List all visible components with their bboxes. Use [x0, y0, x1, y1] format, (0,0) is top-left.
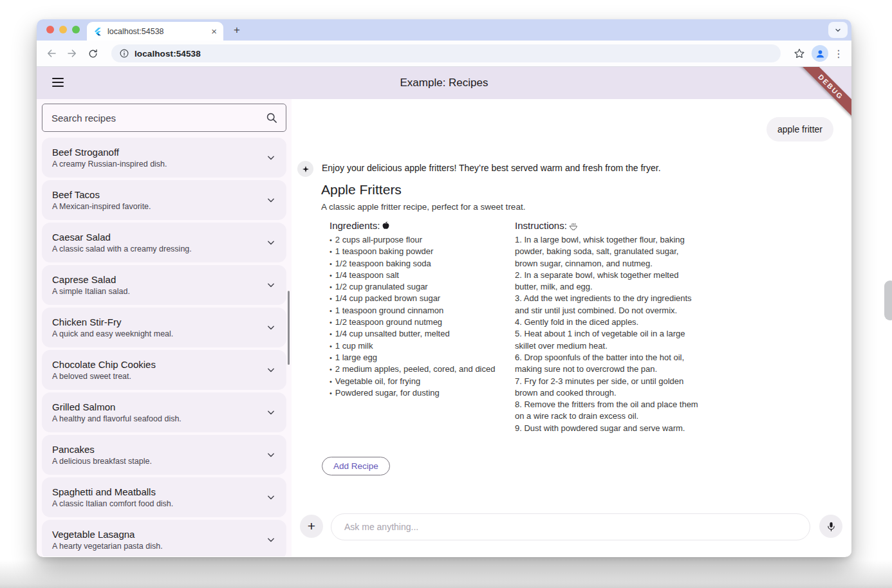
chevron-down-icon[interactable]	[265, 279, 277, 291]
instructions-heading-label: Instructions:	[515, 220, 567, 231]
app-body: Beef Stroganoff A creamy Russian-inspire…	[37, 99, 851, 556]
flutter-favicon-icon	[93, 27, 102, 36]
recipe-list-item-text: Beef Stroganoff A creamy Russian-inspire…	[52, 146, 265, 170]
instruction-step: 5. Heat about 1 inch of vegetable oil in…	[515, 328, 703, 352]
recipe-list-item[interactable]: Pancakes A delicious breakfast staple.	[42, 435, 286, 475]
instruction-step: 9. Dust with powdered sugar and serve wa…	[515, 423, 703, 434]
apple-icon	[381, 221, 391, 230]
chat-main-area: apple fritter Enjoy your delicious apple…	[292, 99, 851, 556]
ingredient-item: 1 teaspoon ground cinnamon	[330, 305, 515, 317]
back-icon[interactable]	[43, 45, 60, 62]
search-input[interactable]	[51, 113, 265, 124]
ingredient-item: 1 cup milk	[330, 340, 515, 352]
ingredient-item: 1 teaspoon baking powder	[330, 246, 515, 257]
ingredients-list: 2 cups all-purpose flour 1 teaspoon baki…	[330, 234, 515, 399]
browser-tab-strip: localhost:54538 × +	[37, 19, 851, 41]
menu-hamburger-icon[interactable]	[52, 78, 64, 87]
address-bar[interactable]: localhost:54538	[111, 44, 781, 62]
recipe-item-description: A classic salad with a creamy dressing.	[52, 244, 265, 255]
browser-tab[interactable]: localhost:54538 ×	[87, 22, 223, 41]
recipe-list-item-text: Spaghetti and Meatballs A classic Italia…	[52, 486, 265, 510]
instructions-list: 1. In a large bowl, whisk together flour…	[515, 234, 703, 434]
chevron-down-icon[interactable]	[265, 406, 277, 419]
recipe-list-item[interactable]: Grilled Salmon A healthy and flavorful s…	[42, 392, 286, 432]
chevron-down-icon[interactable]	[265, 321, 277, 334]
zoom-window-button[interactable]	[72, 26, 80, 33]
recipe-item-description: A quick and easy weeknight meal.	[52, 329, 265, 340]
profile-avatar[interactable]	[812, 45, 828, 62]
tab-search-button[interactable]	[828, 22, 848, 38]
instructions-heading: Instructions:	[515, 220, 703, 231]
ingredient-item: 1/2 teaspoon ground nutmeg	[330, 317, 515, 328]
chevron-down-icon[interactable]	[265, 491, 277, 504]
chat-message-input[interactable]	[331, 513, 810, 540]
recipe-item-title: Grilled Salmon	[52, 401, 265, 414]
recipe-item-title: Beef Tacos	[52, 188, 265, 201]
browser-window: localhost:54538 × + localho	[37, 19, 851, 557]
chevron-down-icon[interactable]	[265, 194, 277, 207]
recipe-list-item-text: Pancakes A delicious breakfast staple.	[52, 443, 265, 467]
recipe-item-title: Caprese Salad	[52, 273, 265, 286]
minimize-window-button[interactable]	[59, 26, 67, 33]
recipe-list-item-text: Chicken Stir-Fry A quick and easy weekni…	[52, 316, 265, 340]
assistant-message-text: Enjoy your delicious apple fritters! The…	[322, 161, 661, 177]
recipe-item-description: A classic Italian comfort food dish.	[52, 499, 265, 510]
recipe-list-item[interactable]: Chocolate Chip Cookies A beloved sweet t…	[42, 350, 286, 390]
sidebar-scrollbar-thumb[interactable]	[288, 291, 290, 365]
page-title: Example: Recipes	[400, 77, 488, 89]
chat-input-row: +	[292, 513, 851, 542]
recipe-item-description: A creamy Russian-inspired dish.	[52, 159, 265, 170]
recipe-list-item[interactable]: Vegetable Lasagna A hearty vegetarian pa…	[42, 520, 286, 556]
desktop-background: localhost:54538 × + localho	[0, 0, 892, 588]
recipe-list-item[interactable]: Beef Tacos A Mexican-inspired favorite.	[42, 180, 286, 220]
ingredient-item: 1/4 cup unsalted butter, melted	[330, 328, 515, 340]
chevron-down-icon[interactable]	[265, 236, 277, 249]
recipe-item-description: A delicious breakfast staple.	[52, 456, 265, 467]
overlay-scrollbar-thumb[interactable]	[884, 280, 892, 320]
assistant-message-row: Enjoy your delicious apple fritters! The…	[297, 161, 748, 177]
ingredient-item: 2 medium apples, peeled, cored, and dice…	[330, 363, 515, 375]
recipes-app: Example: Recipes DEBUG	[37, 67, 851, 556]
close-tab-icon[interactable]: ×	[211, 26, 217, 36]
recipe-list-item[interactable]: Caprese Salad A simple Italian salad.	[42, 265, 286, 305]
forward-icon[interactable]	[64, 45, 80, 62]
chevron-down-icon[interactable]	[265, 448, 277, 461]
desktop-shadow	[0, 560, 892, 588]
site-info-icon[interactable]	[119, 48, 129, 59]
new-tab-button[interactable]: +	[230, 23, 244, 37]
search-field[interactable]	[42, 104, 286, 132]
ingredient-item: Powdered sugar, for dusting	[330, 387, 515, 399]
recipe-list-item-text: Chocolate Chip Cookies A beloved sweet t…	[52, 358, 265, 382]
recipe-card-columns: Ingredients:	[330, 220, 703, 434]
close-window-button[interactable]	[46, 26, 54, 33]
recipe-list-item[interactable]: Chicken Stir-Fry A quick and easy weekni…	[42, 308, 286, 347]
bookmark-star-icon[interactable]	[791, 45, 808, 62]
browser-menu-icon[interactable]: ⋮	[832, 48, 845, 60]
recipe-item-title: Pancakes	[52, 443, 265, 456]
refresh-icon[interactable]	[84, 45, 101, 62]
recipe-item-title: Caesar Salad	[52, 231, 265, 244]
chevron-down-icon[interactable]	[265, 363, 277, 376]
recipe-list-item-text: Grilled Salmon A healthy and flavorful s…	[52, 401, 265, 425]
steaming-bowl-icon	[568, 221, 579, 231]
recipe-item-description: A hearty vegetarian pasta dish.	[52, 541, 265, 552]
recipe-item-description: A beloved sweet treat.	[52, 371, 265, 382]
instruction-step: 3. Add the wet ingredients to the dry in…	[515, 293, 703, 317]
recipe-list-item-text: Caprese Salad A simple Italian salad.	[52, 273, 265, 297]
recipe-list-item[interactable]: Beef Stroganoff A creamy Russian-inspire…	[42, 138, 286, 178]
ingredients-column: Ingredients:	[330, 220, 515, 434]
ingredient-item: Vegetable oil, for frying	[330, 376, 515, 387]
app-header: Example: Recipes	[37, 67, 851, 99]
chevron-down-icon[interactable]	[265, 533, 277, 546]
instruction-step: 6. Drop spoonfuls of the batter into the…	[515, 352, 703, 376]
recipe-list-item[interactable]: Caesar Salad A classic salad with a crea…	[42, 223, 286, 262]
recipe-item-title: Spaghetti and Meatballs	[52, 486, 265, 499]
attach-plus-button[interactable]: +	[300, 515, 323, 538]
microphone-button[interactable]	[819, 515, 842, 538]
recipe-item-title: Chocolate Chip Cookies	[52, 358, 265, 371]
recipe-item-description: A simple Italian salad.	[52, 286, 265, 297]
recipe-list-item[interactable]: Spaghetti and Meatballs A classic Italia…	[42, 477, 286, 517]
chevron-down-icon[interactable]	[265, 151, 277, 164]
add-recipe-button[interactable]: Add Recipe	[322, 457, 390, 475]
recipe-item-title: Vegetable Lasagna	[52, 528, 265, 541]
